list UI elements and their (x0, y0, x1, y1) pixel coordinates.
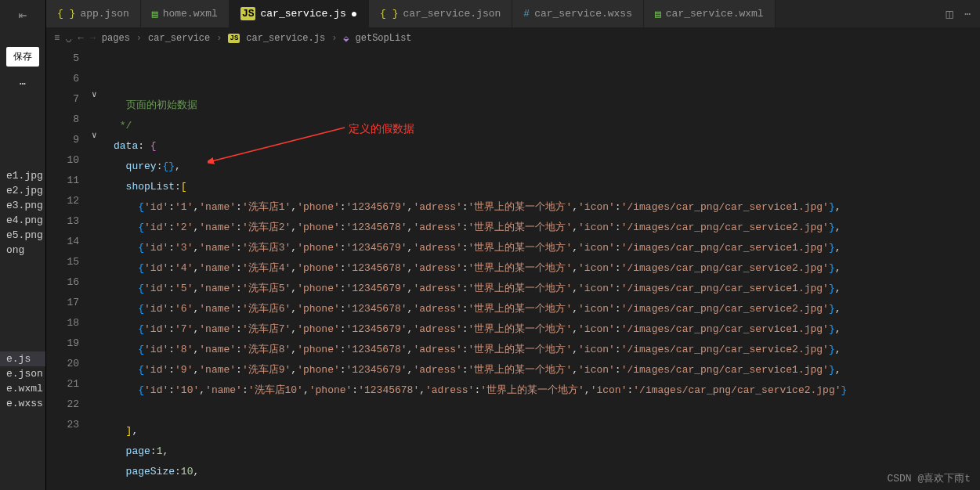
bookmark-icon[interactable]: ◡ (66, 33, 71, 45)
line-number: 11 (46, 171, 79, 191)
chevron-right-icon: › (136, 33, 142, 44)
line-number: 15 (46, 252, 79, 272)
code-line[interactable]: {'id':'2','name':'洗车店2','phone':'1234567… (106, 218, 980, 238)
tab-label: app.json (80, 8, 128, 20)
code-line[interactable]: {'id':'1','name':'洗车店1','phone':'1234567… (106, 197, 980, 218)
code-line[interactable]: 页面的初始数据 (106, 95, 980, 116)
wxss-file-icon: # (523, 8, 530, 20)
line-number: 16 (46, 272, 79, 293)
code-editor[interactable]: 567891011121314151617181920212223 ∨ ∨ 定义… (46, 49, 980, 490)
code-line[interactable]: {'id':'7','name':'洗车店7','phone':'1234567… (106, 319, 980, 340)
explorer-file[interactable]: e2.jpg (0, 183, 45, 198)
tab-label: car_service.wxml (666, 8, 764, 20)
crumb-segment[interactable]: car_service (148, 33, 210, 44)
code-line[interactable]: qurey:{}, (106, 157, 980, 177)
chevron-right-icon: › (216, 33, 222, 44)
list-icon[interactable]: ≡ (54, 33, 60, 44)
watermark: CSDN @喜欢下雨t (887, 471, 971, 485)
code-line[interactable]: */ (106, 116, 980, 136)
tab-label: car_service.js (260, 8, 345, 20)
line-number: 10 (46, 150, 79, 171)
code-line[interactable]: {'id':'8','name':'洗车店8','phone':'1234567… (106, 340, 980, 360)
line-number: 9 (46, 130, 79, 150)
code-line[interactable]: data: { (106, 136, 980, 157)
line-number: 22 (46, 395, 79, 415)
line-number: 14 (46, 232, 79, 252)
breadcrumb: ≡ ◡ ← → pages › car_service › JS car_ser… (46, 28, 980, 49)
line-number: 13 (46, 211, 79, 232)
json-file-icon: { } (380, 8, 398, 20)
line-number: 23 (46, 415, 79, 435)
tab-home-wxml[interactable]: ▤home.wxml (141, 0, 230, 27)
wxml-file-icon: ▤ (655, 8, 661, 20)
code-line[interactable]: {'id':'5','name':'洗车店5','phone':'1234567… (106, 279, 980, 299)
code-line[interactable]: {'id':'3','name':'洗车店3','phone':'1234567… (106, 238, 980, 258)
explorer-file[interactable]: e.wxml (0, 381, 45, 396)
fold-icon[interactable]: ∨ (92, 89, 97, 99)
line-number: 5 (46, 49, 79, 69)
dirty-indicator-icon: ● (351, 8, 357, 20)
tab-car_service-json[interactable]: { }car_service.json (369, 0, 512, 27)
crumb-segment[interactable]: car_service.js (246, 33, 325, 44)
line-number: 12 (46, 191, 79, 211)
line-number: 17 (46, 293, 79, 313)
line-number: 21 (46, 374, 79, 395)
wxml-file-icon: ▤ (152, 8, 158, 20)
code-line[interactable]: shopList:[ (106, 177, 980, 197)
file-explorer: e1.jpge2.jpge3.pnge4.pnge5.pngong e.jse.… (0, 90, 45, 490)
explorer-file[interactable]: e5.png (0, 228, 45, 243)
tab-label: home.wxml (163, 8, 218, 20)
tab-label: car_service.wxss (534, 8, 632, 20)
line-number: 6 (46, 69, 79, 89)
more-icon[interactable]: ⋯ (20, 77, 26, 90)
code-line[interactable] (106, 401, 980, 421)
back-icon[interactable]: ← (78, 33, 83, 44)
explorer-file[interactable]: e.wxss (0, 396, 45, 411)
code-line[interactable]: {'id':'6','name':'洗车店6','phone':'1234567… (106, 299, 980, 319)
line-number: 7 (46, 89, 79, 110)
explorer-file[interactable]: ong (0, 243, 45, 258)
explorer-file[interactable]: e.js (0, 351, 45, 366)
panel-toggle-icon[interactable]: ⇤ (19, 6, 27, 23)
explorer-file[interactable]: e.json (0, 366, 45, 381)
code-line[interactable]: pageSize:10, (106, 462, 980, 482)
code-line[interactable]: page:1, (106, 441, 980, 462)
save-button[interactable]: 保存 (6, 47, 39, 67)
json-file-icon: { } (57, 8, 75, 20)
tab-car_service-wxss[interactable]: #car_service.wxss (512, 0, 644, 27)
js-file-icon: JS (228, 34, 240, 43)
code-line[interactable]: ], (106, 421, 980, 441)
tab-car_service-wxml[interactable]: ▤car_service.wxml (644, 0, 776, 27)
method-icon: ⬙ (343, 33, 349, 45)
crumb-segment[interactable]: pages (102, 33, 130, 44)
forward-icon[interactable]: → (90, 33, 96, 44)
editor-tabs: { }app.json▤home.wxmlJScar_service.js●{ … (46, 0, 980, 28)
tab-app-json[interactable]: { }app.json (46, 0, 141, 27)
code-line[interactable]: {'id':'9','name':'洗车店9','phone':'1234567… (106, 360, 980, 380)
explorer-file[interactable]: e3.png (0, 198, 45, 213)
line-number: 8 (46, 110, 79, 130)
tab-car_service-js[interactable]: JScar_service.js● (230, 0, 369, 27)
tab-label: car_service.json (403, 8, 501, 20)
explorer-file[interactable]: e4.png (0, 213, 45, 228)
more-icon[interactable]: ⋯ (964, 8, 971, 20)
line-number: 19 (46, 333, 79, 354)
chevron-right-icon: › (331, 33, 337, 44)
line-number: 18 (46, 313, 79, 333)
explorer-file[interactable]: e1.jpg (0, 168, 45, 183)
js-file-icon: JS (240, 7, 256, 20)
crumb-segment[interactable]: getSopList (356, 33, 412, 44)
code-line[interactable]: {'id':'10','name':'洗车店10','phone':'12345… (106, 380, 980, 401)
code-line[interactable]: {'id':'4','name':'洗车店4','phone':'1234567… (106, 258, 980, 279)
fold-icon[interactable]: ∨ (92, 130, 97, 140)
split-editor-icon[interactable]: ◫ (946, 6, 954, 22)
line-number: 20 (46, 354, 79, 374)
